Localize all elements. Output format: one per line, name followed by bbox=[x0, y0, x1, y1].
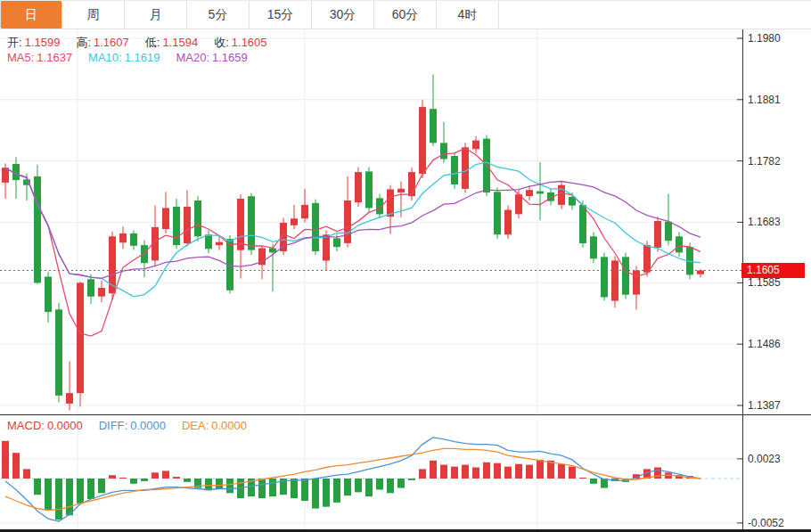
price-axis-label: 1.1387 bbox=[748, 398, 781, 413]
macd-bar-up bbox=[2, 441, 9, 479]
candle-down bbox=[55, 309, 62, 396]
candle-down bbox=[205, 234, 212, 249]
candle-up bbox=[162, 208, 169, 229]
macd-bar-up bbox=[440, 465, 447, 479]
macd-bar-up bbox=[504, 467, 512, 479]
candle-up bbox=[98, 288, 105, 297]
price-axis-label: 1.1881 bbox=[748, 93, 781, 107]
macd-bar-up bbox=[526, 465, 533, 479]
candle-down bbox=[141, 245, 148, 263]
candle-up bbox=[77, 282, 84, 393]
macd-bar-up bbox=[162, 471, 169, 479]
candle-up bbox=[408, 172, 415, 196]
candle-down bbox=[87, 279, 94, 297]
candle-down bbox=[537, 192, 544, 194]
macd-bar-up bbox=[119, 478, 127, 479]
macd-bar-up bbox=[579, 478, 586, 479]
candle-up bbox=[237, 199, 244, 250]
current-price-tag: 1.1605 bbox=[741, 263, 805, 278]
candle-down bbox=[269, 249, 276, 253]
macd-bar-down bbox=[355, 479, 362, 492]
candle-down bbox=[590, 236, 597, 258]
macd-bar-down bbox=[590, 479, 597, 484]
macd-bar-up bbox=[109, 475, 116, 479]
price-axis-label: 1.1782 bbox=[748, 154, 781, 168]
price-axis-label: 1.1980 bbox=[748, 31, 781, 45]
candle-up bbox=[697, 271, 704, 274]
ohlc-legend: 开:1.1599 高:1.1607 低:1.1594 收:1.1605 bbox=[7, 35, 267, 51]
candle-down bbox=[676, 236, 683, 252]
tab-30min[interactable]: 30分 bbox=[312, 1, 374, 29]
macd-bar-down bbox=[216, 479, 223, 489]
tab-month[interactable]: 月 bbox=[125, 1, 187, 29]
macd-bar-up bbox=[569, 467, 576, 479]
macd-axis-label: 0.0023 bbox=[748, 452, 781, 466]
tab-5min[interactable]: 5分 bbox=[187, 1, 250, 29]
candle-down bbox=[365, 171, 373, 208]
macd-bar-up bbox=[515, 464, 522, 479]
macd-bar-down bbox=[66, 479, 73, 515]
ma20-value: MA20:1.1659 bbox=[176, 51, 247, 64]
candle-up bbox=[526, 190, 533, 196]
macd-bar-up bbox=[430, 461, 437, 479]
price-axis-label: 1.1683 bbox=[748, 215, 781, 229]
macd-bar-up bbox=[173, 477, 180, 479]
macd-bar-up bbox=[419, 469, 426, 479]
period-toolbar: 日 周 月 5分 15分 30分 60分 4时 bbox=[0, 0, 811, 29]
macd-legend: MACD:0.0000 DIFF:0.0000 DEA:0.0000 bbox=[7, 419, 247, 432]
candle-up bbox=[397, 189, 405, 192]
candle-down bbox=[579, 205, 586, 243]
macd-bar-down bbox=[258, 479, 266, 498]
tab-day[interactable]: 日 bbox=[0, 1, 62, 29]
tab-week[interactable]: 周 bbox=[62, 1, 125, 29]
macd-bar-down bbox=[226, 479, 233, 493]
candle-up bbox=[504, 210, 512, 235]
macd-bar-down bbox=[34, 479, 41, 495]
candle-down bbox=[34, 176, 41, 283]
candle-up bbox=[119, 233, 127, 242]
candle-down bbox=[601, 257, 608, 297]
macd-bar-down bbox=[55, 479, 62, 520]
candle-down bbox=[333, 238, 340, 247]
tab-60min[interactable]: 60分 bbox=[374, 1, 437, 29]
candle-up bbox=[66, 393, 73, 404]
candle-down bbox=[130, 233, 137, 246]
candle-down bbox=[494, 192, 501, 234]
macd-bar-down bbox=[87, 479, 94, 499]
candle-up bbox=[323, 234, 330, 260]
tab-4hour[interactable]: 4时 bbox=[437, 1, 499, 29]
macd-bar-up bbox=[12, 453, 20, 479]
candle-down bbox=[622, 257, 629, 294]
macd-bar-down bbox=[77, 479, 84, 503]
candle-down bbox=[665, 222, 672, 241]
macd-bar-up bbox=[558, 464, 565, 479]
candle-down bbox=[194, 201, 201, 236]
macd-bar-down bbox=[291, 479, 298, 498]
tab-15min[interactable]: 15分 bbox=[250, 1, 312, 29]
candle-up bbox=[344, 201, 351, 243]
macd-bar-down bbox=[269, 479, 276, 496]
macd-bar-down bbox=[141, 479, 148, 481]
candle-down bbox=[451, 156, 458, 184]
ma-legend: MA5:1.1637 MA10:1.1619 MA20:1.1659 bbox=[7, 51, 248, 64]
macd-bar-up bbox=[462, 465, 469, 479]
candle-down bbox=[312, 203, 319, 251]
macd-bar-up bbox=[537, 460, 544, 479]
macd-bar-down bbox=[365, 479, 373, 496]
macd-bar-up bbox=[472, 468, 479, 479]
macd-bar-up bbox=[451, 467, 458, 479]
macd-bar-down bbox=[333, 479, 340, 503]
candlestick-chart-canvas[interactable] bbox=[0, 29, 811, 532]
kline-app: 日 周 月 5分 15分 30分 60分 4时 开:1.1599 高:1.160… bbox=[0, 0, 811, 532]
ma5-value: MA5:1.1637 bbox=[7, 51, 72, 64]
macd-axis-label: -0.0052 bbox=[748, 516, 784, 530]
candle-up bbox=[462, 147, 469, 189]
candle-up bbox=[472, 141, 479, 150]
candle-up bbox=[301, 205, 308, 218]
macd-bar-down bbox=[45, 479, 52, 511]
candle-up bbox=[611, 260, 618, 300]
candle-down bbox=[430, 109, 437, 143]
macd-bar-down bbox=[301, 479, 308, 501]
macd-value: MACD:0.0000 bbox=[7, 419, 83, 432]
macd-bar-down bbox=[408, 479, 415, 480]
